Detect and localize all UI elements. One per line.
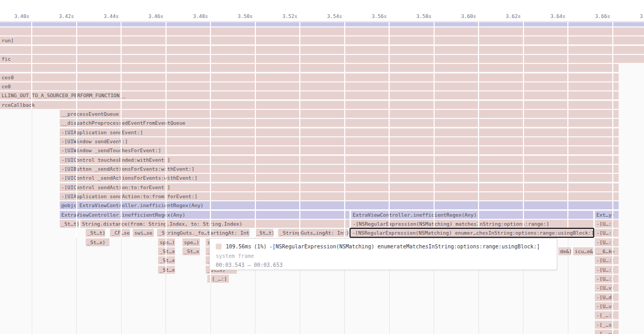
- frame-bar[interactable]: ExtraViewController.inefficientRegex(Any…: [60, 211, 349, 219]
- frame-bar[interactable]: de&): [558, 247, 571, 255]
- frame-bar[interactable]: -[_…:]: [595, 311, 619, 319]
- ruler-tick-label: 3.40s: [0, 13, 30, 19]
- tooltip-time-range: 00:03.543 — 00:03.653: [216, 262, 551, 269]
- frame-bar[interactable]: -[UIButton _sendActionsForEvents:withEve…: [60, 165, 619, 173]
- frame-bar[interactable]: -[UIControl touchesEnded:withEvent:]: [60, 156, 619, 164]
- frame-bar[interactable]: _St…x): [86, 238, 109, 246]
- tooltip-frame-kind: system frame: [216, 253, 551, 260]
- frame-bar[interactable]: @objc ExtraViewController.inefficientReg…: [60, 201, 619, 209]
- frame-bar[interactable]: rceCallback: [0, 101, 619, 109]
- frame-bar[interactable]: ExtraViewController.inefficientRegex(Any…: [351, 211, 593, 219]
- tooltip-percent: (1%): [254, 244, 266, 249]
- frame-bar[interactable]: -[U…:]: [595, 266, 619, 274]
- selected-frame-bar[interactable]: -[NSRegularExpression(NSMatching) enumer…: [351, 229, 593, 237]
- frame-bar[interactable]: _St…t): [86, 229, 105, 237]
- gridline-over-bars: [434, 22, 435, 237]
- frame-tooltip: 109.56ms (1%) -[NSRegularExpression(NSMa…: [209, 238, 557, 270]
- frame-bar[interactable]: _St…x): [158, 256, 175, 264]
- ruler-tick-label: 3.68s: [625, 13, 644, 19]
- frame-bar[interactable]: -[_…s]: [595, 321, 619, 329]
- top-category-band: [0, 22, 644, 26]
- frame-bar[interactable]: _St…t): [255, 229, 273, 237]
- frame-bar[interactable]: [0, 64, 619, 72]
- tooltip-duration: 109.56ms: [226, 244, 251, 249]
- gridline-over-bars: [121, 22, 122, 237]
- frame-bar[interactable]: _StringGuts._fo…tartingAt: Int): [157, 229, 250, 237]
- frame-bar[interactable]: -[UIControl sendAction:to:forEvent:]: [60, 183, 619, 191]
- ruler-tick-label: 3.56s: [357, 13, 387, 19]
- gridline-over-bars: [255, 22, 256, 237]
- gridline-over-bars: [299, 22, 300, 237]
- gridline-over-bars: [31, 22, 32, 109]
- frame-bar[interactable]: _CF…se: [110, 229, 130, 237]
- ruler-tick-label: 3.58s: [402, 13, 431, 19]
- frame-bar[interactable]: -[UIWindow _sendTouchesForEvent:]: [60, 146, 619, 154]
- ruler-tick-label: 3.66s: [581, 13, 610, 19]
- ruler-tick-label: 3.42s: [44, 13, 74, 19]
- gridline-over-bars: [76, 22, 77, 237]
- frame-bar[interactable]: _StringGuts…ingAt: Int): [278, 229, 348, 237]
- frame-bar[interactable]: -[_…v]: [595, 330, 619, 334]
- frame-bar[interactable]: spe…)): [182, 238, 200, 246]
- frame-bar[interactable]: swi…se: [133, 229, 154, 237]
- gridline-over-bars: [389, 22, 390, 237]
- frame-bar[interactable]: icu…e&): [573, 247, 593, 255]
- frame-bar[interactable]: -[U…v]: [595, 302, 619, 310]
- frame-bar[interactable]: -[U…:]: [595, 275, 619, 283]
- frame-bar[interactable]: -[UIControl _sendActionsForEvents:withEv…: [60, 174, 619, 182]
- ruler-tick-label: 3.62s: [491, 13, 521, 19]
- ruler-tick-label: 3.52s: [268, 13, 298, 19]
- frame-bar[interactable]: _St…x): [158, 247, 175, 255]
- gridline-over-bars: [165, 22, 167, 273]
- frame-bar[interactable]: ces0: [0, 73, 619, 81]
- gridline-over-bars: [612, 22, 613, 334]
- category-color-swatch-icon: [216, 244, 222, 249]
- frame-bar[interactable]: Ext…y): [595, 211, 619, 219]
- tooltip-title-row: 109.56ms (1%) -[NSRegularExpression(NSMa…: [216, 242, 551, 251]
- frame-bar[interactable]: __6…ke: [595, 247, 619, 255]
- frame-bar[interactable]: run]: [0, 36, 644, 44]
- ruler-tick-label: 3.60s: [447, 13, 476, 19]
- frame-bar[interactable]: [0, 27, 644, 35]
- frame-bar[interactable]: LLING_OUT_TO_A_SOURCE0_PERFORM_FUNCTION_…: [0, 91, 619, 99]
- frame-bar[interactable]: _St…x): [182, 247, 200, 255]
- gridline-over-bars: [523, 22, 524, 237]
- frame-bar[interactable]: -[UIApplication sendAction:to:from:forEv…: [60, 192, 619, 200]
- frame-bar[interactable]: -[U…d]: [595, 293, 619, 301]
- frame-bar[interactable]: __dispatchPreprocessedEventFromEventQueu…: [60, 119, 619, 127]
- frame-bar[interactable]: -[UIWindow sendEvent:]: [60, 137, 619, 145]
- tooltip-frame-name: -[NSRegularExpression(NSMatching) enumer…: [269, 244, 540, 249]
- frame-bar[interactable]: -[UIApplication sendEvent:]: [60, 128, 619, 136]
- timeline-ruler[interactable]: 3.40s3.42s3.44s3.46s3.48s3.50s3.52s3.54s…: [0, 0, 644, 22]
- frame-bar[interactable]: _St…x): [158, 266, 175, 274]
- frame-bar[interactable]: ce0: [0, 82, 619, 90]
- ruler-tick-label: 3.64s: [536, 13, 566, 19]
- frame-bar[interactable]: -[NSRegularExpression(NSMatching) matche…: [351, 220, 593, 228]
- frame-bar[interactable]: __processEventQueue: [60, 110, 619, 118]
- ruler-tick-label: 3.48s: [179, 13, 208, 19]
- frame-bar[interactable]: -[U…:]: [595, 238, 619, 246]
- frame-bar[interactable]: -[U…:]: [595, 220, 619, 228]
- frame-bar[interactable]: spe…)): [158, 238, 175, 246]
- frame-bar[interactable]: -[U…v]: [595, 284, 619, 292]
- frame-bar[interactable]: [0, 46, 644, 54]
- ruler-tick-label: 3.46s: [134, 13, 163, 19]
- frame-bar[interactable]: fic: [0, 55, 644, 63]
- frame-bar[interactable]: -[U…:]: [595, 256, 619, 264]
- gridline-over-bars: [478, 22, 479, 237]
- stack-chart[interactable]: run]ficces0ce0LLING_OUT_TO_A_SOURCE0_PER…: [0, 21, 644, 334]
- frame-bar[interactable]: -[U…:]: [595, 229, 619, 237]
- ruler-tick-label: 3.54s: [312, 13, 342, 19]
- gridline-over-bars: [567, 22, 568, 237]
- gridline-over-bars: [344, 22, 345, 237]
- ruler-tick-label: 3.50s: [223, 13, 253, 19]
- ruler-tick-label: 3.44s: [89, 13, 119, 19]
- profiler-stack-chart-view: 3.40s3.42s3.44s3.46s3.48s3.50s3.52s3.54s…: [0, 0, 644, 334]
